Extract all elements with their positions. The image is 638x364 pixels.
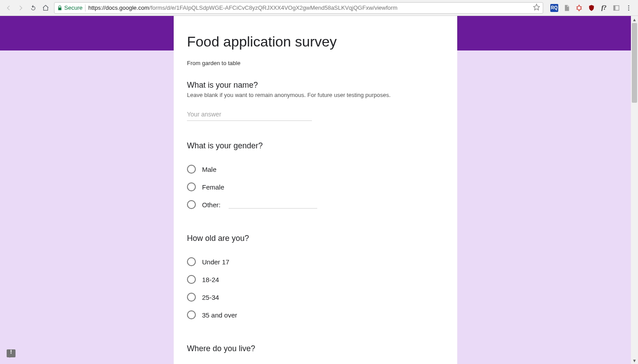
option-label: Male xyxy=(202,166,217,173)
option-label: 18-24 xyxy=(202,276,219,283)
url-text: https://docs.google.com/forms/d/e/1FAIpQ… xyxy=(88,4,530,11)
radio-icon xyxy=(187,275,196,284)
viewport-content: Food application survey From garden to t… xyxy=(0,16,631,364)
option-list: Under 17 18-24 25-34 35 and over xyxy=(187,253,444,324)
option-label: Female xyxy=(202,183,224,191)
other-text-line[interactable] xyxy=(229,201,317,209)
question-title: What is your name? xyxy=(187,81,444,90)
radio-icon xyxy=(187,310,196,319)
extension-pdf[interactable] xyxy=(563,4,571,12)
panel-icon xyxy=(613,4,620,12)
question-title: What is your gender? xyxy=(187,141,444,151)
form-description: From garden to table xyxy=(187,60,444,66)
radio-icon xyxy=(187,165,196,174)
option-label: 25-34 xyxy=(202,294,219,301)
secure-label: Secure xyxy=(64,4,82,11)
question-location: Where do you live? North America xyxy=(187,344,444,364)
extension-icons: RQ f? xyxy=(547,4,634,12)
question-title: How old are you? xyxy=(187,234,444,243)
option-other[interactable]: Other: xyxy=(187,196,444,213)
browser-toolbar: Secure https://docs.google.com/forms/d/e… xyxy=(0,0,638,16)
reload-icon xyxy=(30,4,37,12)
arrow-left-icon xyxy=(5,4,12,12)
form-card: Food application survey From garden to t… xyxy=(174,16,457,364)
svg-point-3 xyxy=(628,5,630,7)
nav-forward-button[interactable] xyxy=(16,3,26,13)
arrow-right-icon xyxy=(17,4,24,12)
shield-icon xyxy=(588,4,595,12)
scroll-thumb[interactable] xyxy=(632,23,637,103)
pdf-icon xyxy=(563,4,570,12)
radio-icon xyxy=(187,182,196,191)
option-25-34[interactable]: 25-34 xyxy=(187,288,444,306)
address-bar[interactable]: Secure https://docs.google.com/forms/d/e… xyxy=(54,2,543,14)
option-male[interactable]: Male xyxy=(187,160,444,178)
svg-point-0 xyxy=(577,6,581,10)
scroll-down-button[interactable]: ▼ xyxy=(631,357,638,364)
extension-rq[interactable]: RQ xyxy=(550,4,558,12)
bookmark-button[interactable] xyxy=(533,4,540,12)
radio-icon xyxy=(187,293,196,302)
nav-home-button[interactable] xyxy=(41,3,51,13)
svg-point-4 xyxy=(628,7,630,8)
radio-icon xyxy=(187,257,196,266)
bug-icon xyxy=(575,4,583,12)
option-35-over[interactable]: 35 and over xyxy=(187,306,444,324)
question-age: How old are you? Under 17 18-24 25-34 xyxy=(187,234,444,324)
browser-menu-button[interactable] xyxy=(625,4,633,12)
form-title: Food application survey xyxy=(187,34,444,50)
option-label: 35 and over xyxy=(202,311,237,319)
option-female[interactable]: Female xyxy=(187,178,444,196)
page-viewport: Food application survey From garden to t… xyxy=(0,16,638,364)
nav-back-button[interactable] xyxy=(4,3,13,13)
secure-indicator: Secure xyxy=(57,4,82,11)
option-under17[interactable]: Under 17 xyxy=(187,253,444,271)
url-path: /forms/d/e/1FAIpQLSdpWGE-AFCiCvC8yzQRJXX… xyxy=(149,4,398,11)
scroll-up-button[interactable]: ▲ xyxy=(631,16,638,23)
extension-font[interactable]: f? xyxy=(600,4,608,12)
option-label: Under 17 xyxy=(202,258,230,266)
name-input[interactable] xyxy=(187,108,312,121)
feedback-button[interactable]: ! xyxy=(7,349,16,357)
question-title: Where do you live? xyxy=(187,344,444,353)
extension-shield[interactable] xyxy=(587,4,595,12)
question-gender: What is your gender? Male Female Other: xyxy=(187,141,444,213)
svg-point-5 xyxy=(628,9,630,11)
question-help: Leave blank if you want to remain anonym… xyxy=(187,92,444,98)
home-icon xyxy=(42,4,49,12)
option-18-24[interactable]: 18-24 xyxy=(187,271,444,288)
vertical-scrollbar[interactable]: ▲ ▼ xyxy=(631,16,638,364)
option-label: Other: xyxy=(202,201,221,209)
radio-icon xyxy=(187,200,196,209)
omnibox-divider xyxy=(85,4,86,12)
question-name: What is your name? Leave blank if you wa… xyxy=(187,81,444,121)
svg-rect-2 xyxy=(614,5,615,10)
option-list: Male Female Other: xyxy=(187,160,444,213)
dots-vertical-icon xyxy=(625,4,632,12)
extension-bug[interactable] xyxy=(575,4,583,12)
lock-icon xyxy=(57,5,62,11)
star-icon xyxy=(533,4,540,11)
feedback-exclam-icon: ! xyxy=(7,349,16,355)
extension-tab-tool[interactable] xyxy=(612,4,620,12)
scroll-track[interactable] xyxy=(631,23,638,357)
nav-reload-button[interactable] xyxy=(28,3,38,13)
url-host: https://docs.google.com xyxy=(88,4,149,11)
